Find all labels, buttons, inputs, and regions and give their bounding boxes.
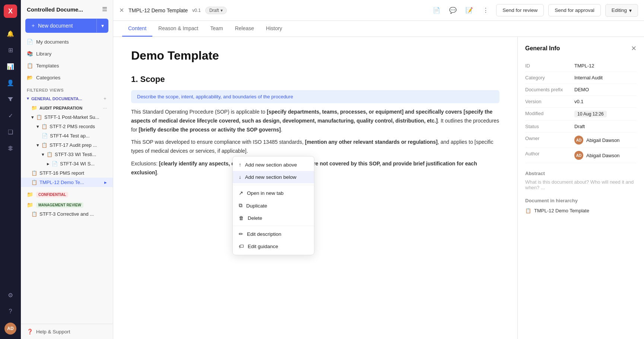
templates-icon: 📋 <box>27 63 33 69</box>
check-icon[interactable]: ✓ <box>4 109 17 122</box>
hierarchy-item-label: TMPL-12 Demo Template <box>534 208 589 213</box>
grid-icon[interactable]: ⊞ <box>4 43 17 57</box>
new-document-button[interactable]: ＋ New document ▾ <box>25 19 108 33</box>
group-confidential[interactable]: 📁 CONFIDENTIAL <box>21 187 113 199</box>
filter-icon[interactable] <box>4 92 17 106</box>
info-row-status: Status Draft <box>525 121 637 133</box>
section-1-heading: 1. Scope <box>131 75 499 84</box>
bell-icon[interactable]: 🔔 <box>4 27 17 40</box>
collapse-sidebar-icon[interactable]: ☰ <box>102 6 107 13</box>
group-management-review[interactable]: 📁 MANAGEMENT REVIEW <box>21 199 113 209</box>
sidebar-item-library[interactable]: 📚 Library <box>21 48 113 60</box>
doc-icon: 📋 <box>31 170 37 176</box>
menu-edit-guidance[interactable]: 🏷 Edit guidance <box>233 240 314 253</box>
menu-delete[interactable]: 🗑 Delete <box>233 212 314 224</box>
new-document-label: New document <box>38 23 73 29</box>
doc-icon: 📋 <box>41 124 47 129</box>
hierarchy-item[interactable]: 📋 TMPL-12 Demo Template <box>525 206 637 215</box>
menu-duplicate[interactable]: ⧉ Duplicate <box>233 199 314 212</box>
modified-label: Modified <box>525 111 570 116</box>
more-icon[interactable]: ··· <box>103 105 107 111</box>
document-main-title: Demo Template <box>131 49 499 63</box>
tabs-bar: Content Reason & Impact Team Release His… <box>113 21 644 37</box>
info-row-prefix: Documents prefix DEMO <box>525 84 637 96</box>
group-general-documents[interactable]: ▾ GENERAL DOCUMENTA... ＋ <box>21 94 113 103</box>
user-avatar[interactable]: AD <box>4 323 16 335</box>
chevron-down-icon: ▾ <box>31 114 34 120</box>
audit-preparation-label: AUDIT PREPARATION <box>39 106 82 110</box>
sidebar-item-my-documents[interactable]: 📄 My documents <box>21 36 113 48</box>
version-label: Version <box>525 99 570 104</box>
category-value: Internal Audit <box>574 75 603 80</box>
info-row-modified: Modified 10 Aug 12:26 <box>525 108 637 121</box>
send-for-approval-button[interactable]: Send for approval <box>548 4 601 16</box>
tab-history[interactable]: History <box>260 21 288 37</box>
folder-icon: 📁 <box>27 191 33 197</box>
menu-edit-description[interactable]: ✏ Edit description <box>233 228 314 240</box>
sidebar-header: Controlled Docume... ☰ <box>21 0 113 16</box>
document-icon-button[interactable]: 📄 <box>431 4 442 16</box>
new-document-dropdown[interactable]: ▾ <box>96 19 108 32</box>
user-icon[interactable]: 👤 <box>4 76 17 89</box>
tab-reason-impact[interactable]: Reason & Impact <box>152 21 204 37</box>
layers-icon[interactable] <box>4 142 17 155</box>
chevron-down-icon: ▾ <box>221 8 223 13</box>
sidebar-item-templates[interactable]: 📋 Templates <box>21 60 113 72</box>
filtered-views-label: FILTERED VIEWS <box>21 83 113 94</box>
sidebar-item-stft34[interactable]: ▸ 📄 STFT-34 WI S... <box>21 159 113 168</box>
panel-title: General Info <box>525 45 560 52</box>
close-document-button[interactable]: ✕ <box>119 7 124 14</box>
editing-dropdown-button[interactable]: Editing ▾ <box>605 4 638 17</box>
add-group-icon[interactable]: ＋ <box>103 96 107 101</box>
id-value: TMPL-12 <box>574 63 594 69</box>
arrow-up-icon: ↑ <box>239 162 241 168</box>
tab-team[interactable]: Team <box>204 21 229 37</box>
gear-icon[interactable]: ⚙ <box>4 288 17 302</box>
content-panel-area: Demo Template 1. Scope Describe the scop… <box>113 37 644 339</box>
document-title: TMPL-12 Demo Template <box>129 7 188 13</box>
icon-bar: X 🔔 ⊞ 📊 👤 ✓ ❏ ⚙ ? AD <box>0 0 21 339</box>
sidebar-item-stft33[interactable]: ▾ 📋 STFT-33 WI Testi... <box>21 150 113 159</box>
arrow-down-icon: ↓ <box>239 174 241 180</box>
notes-icon-button[interactable]: 📝 <box>463 4 475 16</box>
sidebar-item-audit-preparation[interactable]: 📁 AUDIT PREPARATION ··· <box>21 103 113 113</box>
sidebar-item-categories[interactable]: 📂 Categories <box>21 72 113 83</box>
stft3-label: STFT-3 Corrective and ... <box>39 211 94 217</box>
tab-release[interactable]: Release <box>229 21 260 37</box>
sidebar-item-stft2[interactable]: ▾ 📋 STFT-2 PMS records <box>21 122 113 131</box>
sidebar-item-stft17[interactable]: ▾ 📋 STFT-17 Audit prep ... <box>21 140 113 150</box>
trash-icon: 🗑 <box>239 215 244 221</box>
author-avatar: AD <box>574 151 583 160</box>
sidebar-item-tmpl12[interactable]: 📋 TMPL-12 Demo Te... ▸ <box>21 178 113 187</box>
question-icon[interactable]: ? <box>4 305 17 318</box>
abstract-placeholder[interactable]: What is this document about? Who will ne… <box>525 179 637 190</box>
sidebar-item-stft16[interactable]: 📋 STFT-16 PMS report <box>21 168 113 178</box>
app-logo[interactable]: X <box>4 4 17 18</box>
mgmt-review-badge: MANAGEMENT REVIEW <box>36 202 83 208</box>
menu-divider-2 <box>233 226 314 226</box>
status-draft-badge[interactable]: Draft ▾ <box>205 7 227 14</box>
info-row-category: Category Internal Audit <box>525 72 637 84</box>
sidebar-item-stft3[interactable]: 📋 STFT-3 Corrective and ... <box>21 209 113 219</box>
stft16-label: STFT-16 PMS report <box>39 170 84 176</box>
menu-add-section-above[interactable]: ↑ Add new section above <box>233 159 314 171</box>
new-document-main[interactable]: ＋ New document <box>25 19 96 33</box>
help-support-item[interactable]: ❓ Help & Support <box>21 324 113 339</box>
more-options-button[interactable]: ⋮ <box>480 4 492 16</box>
panel-close-button[interactable]: ✕ <box>631 44 637 53</box>
menu-add-section-below[interactable]: ↓ Add new section below <box>233 171 314 183</box>
editing-label: Editing <box>612 7 627 13</box>
author-label: Author <box>525 151 570 156</box>
sidebar-item-stft1[interactable]: ▾ 📋 STFT-1 Post-Market Su... <box>21 113 113 122</box>
tab-content[interactable]: Content <box>122 21 152 37</box>
section-1-para-2: This SOP was developed to ensure complia… <box>131 138 499 156</box>
stack-icon[interactable]: ❏ <box>4 125 17 139</box>
question-circle-icon: ❓ <box>27 329 33 335</box>
comments-icon-button[interactable]: 💬 <box>447 4 459 16</box>
menu-open-new-tab[interactable]: ↗ Open in new tab <box>233 187 314 199</box>
chart-icon[interactable]: 📊 <box>4 60 17 73</box>
send-for-review-button[interactable]: Send for review <box>496 4 544 16</box>
folder-icon: 📁 <box>27 202 33 208</box>
sidebar-item-stft44[interactable]: 📄 STFT-44 Test ap... <box>21 131 113 140</box>
chevron-down-icon: ▾ <box>101 23 104 29</box>
